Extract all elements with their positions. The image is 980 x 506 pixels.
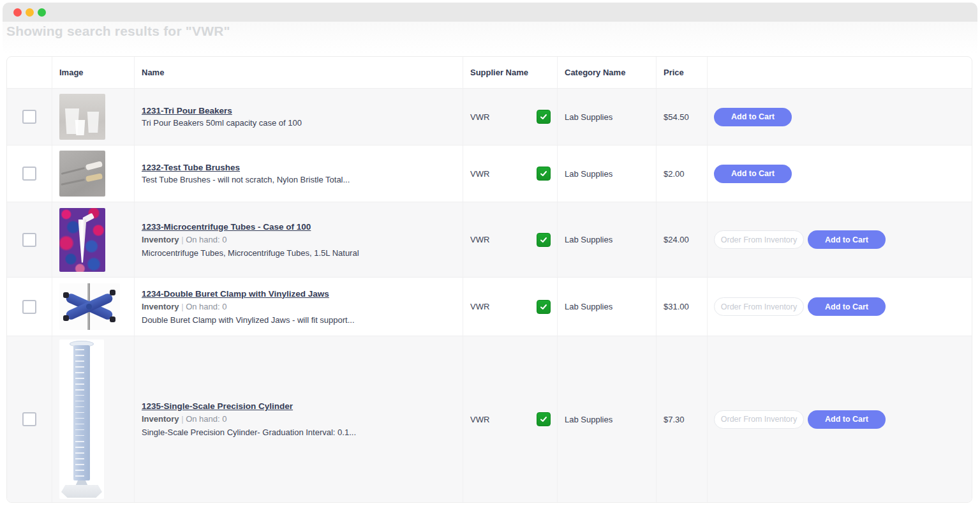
product-image-tri-pour-beakers [59,94,105,140]
supplier-name: VWR [470,235,489,244]
add-to-cart-button[interactable]: Add to Cart [714,108,792,126]
table-row: 1232-Test Tube Brushes Test Tube Brushes… [7,145,972,202]
price: $2.00 [664,169,685,179]
product-image-double-buret-clamp [59,283,120,330]
page-header: Showing search results for "VWR" [3,22,977,54]
product-description: Test Tube Brushes - will not scratch, Ny… [142,175,350,184]
header-supplier: Supplier Name [463,57,558,88]
header-actions-column [708,57,972,88]
table-row: 1234-Double Buret Clamp with Vinylized J… [7,277,972,336]
category-name: Lab Supplies [565,302,612,311]
header-category: Category Name [558,57,657,88]
add-to-cart-button[interactable]: Add to Cart [714,165,792,183]
order-from-inventory-button[interactable]: Order From Inventory [714,297,804,316]
product-image-test-tube-brushes [59,151,105,197]
header-price: Price [657,57,708,88]
row-checkbox[interactable] [22,300,36,314]
check-icon [540,170,547,177]
category-name: Lab Supplies [565,415,612,424]
check-icon [540,236,547,244]
product-description: Single-Scale Precision Cylinder- Graduat… [142,428,356,437]
supplier-verified-checkbox[interactable] [537,300,551,314]
page-title: Showing search results for "VWR" [6,24,230,39]
supplier-name: VWR [470,112,489,122]
inventory-line: Inventory | On hand: 0 [142,235,226,244]
supplier-name: VWR [470,169,489,179]
supplier-name: VWR [470,415,489,424]
inventory-line: Inventory | On hand: 0 [142,414,226,424]
product-image-microcentrifuge-tube [59,208,105,272]
product-image-precision-cylinder [59,339,104,499]
window-titlebar [3,3,977,22]
row-checkbox[interactable] [22,412,36,426]
check-icon [540,303,547,311]
header-image: Image [52,57,135,88]
row-checkbox[interactable] [22,167,36,181]
table-row: 1235-Single-Scale Precision Cylinder Inv… [7,336,972,502]
add-to-cart-button[interactable]: Add to Cart [808,410,886,429]
product-description: Double Buret Clamp with Vinylized Jaws -… [142,315,355,325]
row-checkbox[interactable] [22,110,36,124]
product-description: Tri Pour Beakers 50ml capacity case of 1… [142,118,302,128]
maximize-window-icon[interactable] [38,8,46,17]
price: $24.00 [664,235,689,244]
check-icon [540,415,547,423]
supplier-verified-checkbox[interactable] [537,233,551,247]
add-to-cart-button[interactable]: Add to Cart [808,297,886,316]
header-checkbox-column [7,57,52,88]
table-header-row: Image Name Supplier Name Category Name P… [7,57,972,88]
product-link[interactable]: 1232-Test Tube Brushes [142,163,240,172]
price: $54.50 [664,112,689,122]
product-link[interactable]: 1233-Microcentrifuge Tubes - Case of 100 [142,222,311,232]
supplier-name: VWR [470,302,489,311]
product-link[interactable]: 1231-Tri Pour Beakers [142,106,232,115]
row-checkbox[interactable] [22,233,36,247]
minimize-window-icon[interactable] [26,8,34,17]
order-from-inventory-button[interactable]: Order From Inventory [714,410,804,429]
product-description: Microcentrifuge Tubes, Microcentrifuge T… [142,248,359,258]
product-link[interactable]: 1235-Single-Scale Precision Cylinder [142,401,293,411]
supplier-verified-checkbox[interactable] [537,167,551,181]
close-window-icon[interactable] [13,8,22,17]
product-link[interactable]: 1234-Double Buret Clamp with Vinylized J… [142,289,329,299]
inventory-line: Inventory | On hand: 0 [142,302,226,311]
search-results-table: Image Name Supplier Name Category Name P… [6,56,972,503]
order-from-inventory-button[interactable]: Order From Inventory [714,230,804,249]
table-row: 1233-Microcentrifuge Tubes - Case of 100… [7,202,972,277]
category-name: Lab Supplies [565,112,612,122]
supplier-verified-checkbox[interactable] [537,110,551,124]
header-name: Name [135,57,463,88]
table-row: 1231-Tri Pour Beakers Tri Pour Beakers 5… [7,88,972,145]
price: $7.30 [664,415,685,424]
add-to-cart-button[interactable]: Add to Cart [808,230,886,249]
supplier-verified-checkbox[interactable] [537,412,551,426]
check-icon [540,113,547,121]
category-name: Lab Supplies [565,235,612,244]
category-name: Lab Supplies [565,169,612,179]
price: $31.00 [664,302,689,311]
traffic-lights [13,8,46,17]
